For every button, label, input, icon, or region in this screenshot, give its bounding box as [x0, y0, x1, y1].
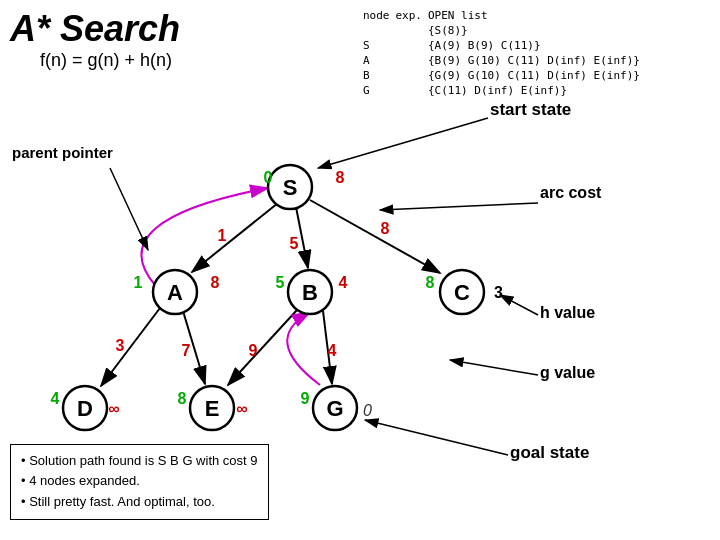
parent-pointer-g-b	[287, 312, 320, 385]
arc-cost-ae: 7	[182, 342, 191, 359]
h-value-arrow	[500, 295, 538, 315]
node-d-g: 4	[51, 390, 60, 407]
parent-pointer-text: parent pointer	[12, 144, 113, 161]
arc-cost-be: 9	[249, 342, 258, 359]
h-value-text: h value	[540, 304, 595, 321]
node-d-label: D	[77, 396, 93, 421]
info-line3: • Still pretty fast. And optimal, too.	[21, 492, 258, 513]
node-g-g: 9	[301, 390, 310, 407]
arc-cost-bg: 4	[328, 342, 337, 359]
node-c-g: 8	[426, 274, 435, 291]
edge-s-a	[192, 203, 278, 272]
start-state-text: start state	[490, 100, 571, 119]
arc-cost-sc: 8	[381, 220, 390, 237]
node-s-label: S	[283, 175, 298, 200]
info-line2: • 4 nodes expanded.	[21, 471, 258, 492]
node-g-h: 0	[363, 402, 372, 419]
node-g-label: G	[326, 396, 343, 421]
node-c-label: C	[454, 280, 470, 305]
node-a-label: A	[167, 280, 183, 305]
g-value-text: g value	[540, 364, 595, 381]
node-c-h: 3	[494, 284, 503, 301]
parent-pointer-arrow	[110, 168, 148, 250]
parent-pointer-a-s	[141, 188, 268, 285]
node-e-h: ∞	[236, 400, 247, 417]
goal-state-text: goal state	[510, 443, 589, 462]
node-a-arcval: 8	[211, 274, 220, 291]
info-box: • Solution path found is S B G with cost…	[10, 444, 269, 520]
node-a-g: 1	[134, 274, 143, 291]
node-s-g: 0	[264, 169, 273, 186]
edge-b-e	[228, 310, 297, 385]
arc-cost-arrow	[380, 203, 538, 210]
g-value-arrow	[450, 360, 538, 375]
node-d-h: ∞	[108, 400, 119, 417]
node-b-h: 4	[339, 274, 348, 291]
node-b-label: B	[302, 280, 318, 305]
node-e-g: 8	[178, 390, 187, 407]
node-e-label: E	[205, 396, 220, 421]
arc-cost-sa: 1	[218, 227, 227, 244]
edge-s-c	[310, 200, 440, 273]
goal-state-arrow	[365, 420, 508, 455]
edge-a-d	[101, 308, 160, 386]
node-b-g: 5	[276, 274, 285, 291]
arc-cost-ad: 3	[116, 337, 125, 354]
start-state-arrow	[318, 118, 488, 168]
arc-cost-sb: 5	[290, 235, 299, 252]
arc-cost-text: arc cost	[540, 184, 602, 201]
info-line1: • Solution path found is S B G with cost…	[21, 451, 258, 472]
node-s-h: 8	[336, 169, 345, 186]
